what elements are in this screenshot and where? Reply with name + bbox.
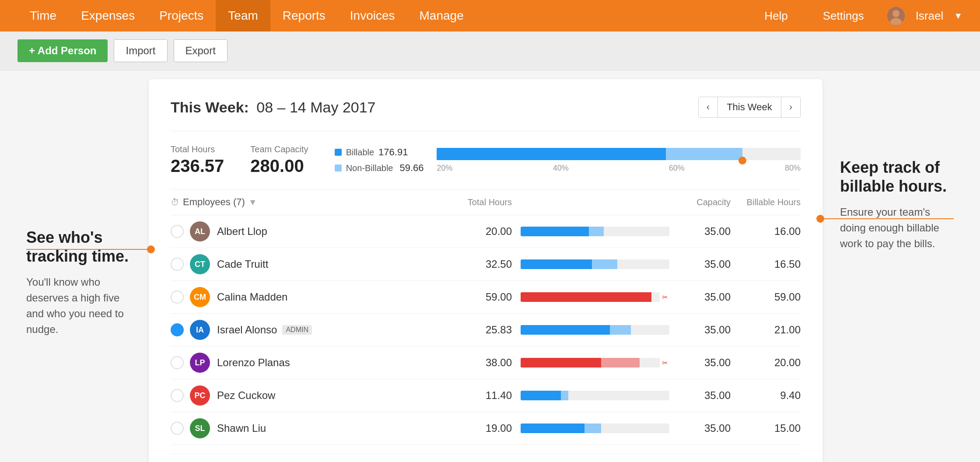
row-billable: 9.40 [731,389,801,402]
avatar[interactable] [887,7,905,25]
employee-name: Cade Truitt [217,258,424,270]
avatar: CT [190,254,210,274]
nonbillable-legend-label: Non-Billable [346,163,393,173]
col-billable-hours: Billable Hours [731,197,801,207]
nav-expenses[interactable]: Expenses [69,0,147,32]
row-check[interactable] [171,389,184,402]
week-nav: ‹ This Week › [698,97,801,118]
avatar: LP [190,353,210,373]
nav-left: Time Expenses Projects Team Reports Invo… [18,0,476,32]
table-row: CTCade Truitt32.5035.0016.50 [171,248,801,281]
week-prev-button[interactable]: ‹ [699,97,718,117]
right-body: Ensure your team's doing enough billable… [840,204,954,252]
employees-cols: Total Hours Capacity Billable Hours [424,197,801,207]
row-check[interactable] [171,422,184,435]
import-button[interactable]: Import [114,39,167,62]
center-panel: This Week: 08 – 14 May 2017 ‹ This Week … [149,79,822,462]
row-capacity: 35.00 [678,258,731,270]
row-hours: 25.83 [424,324,512,336]
row-hours: 19.00 [424,422,512,434]
row-bar [521,424,669,433]
avatar: PC [190,385,210,406]
nav-invoices[interactable]: Invoices [338,0,407,32]
row-billable: 21.00 [731,324,801,336]
nav-manage[interactable]: Manage [407,0,476,32]
nav-reports[interactable]: Reports [270,0,338,32]
clock-icon: ⏱ [171,197,179,207]
axis-40: 40% [553,164,569,173]
row-capacity: 35.00 [678,389,731,402]
employee-name: Pez Cuckow [217,389,424,402]
row-bar [521,325,669,335]
employees-list: ALAlbert Llop20.0035.0016.00CTCade Truit… [171,215,801,445]
row-check[interactable] [171,356,184,369]
nav-time[interactable]: Time [18,0,69,32]
team-capacity-value: 280.00 [250,156,308,176]
week-next-button[interactable]: › [781,97,800,117]
table-row: IAIsrael AlonsoADMIN25.8335.0021.00 [171,314,801,346]
table-row: SLShawn Liu19.0035.0015.00 [171,412,801,445]
week-nav-label: This Week [718,97,781,117]
summary-bar-chart: 20% 40% 60% 80% [437,148,801,173]
total-hours-block: Total Hours 236.57 [171,144,224,176]
week-divider [171,131,801,131]
right-heading: Keep track of billable hours. [840,158,954,196]
week-prefix: This Week: [171,99,249,116]
left-dot [147,245,155,253]
total-hours-label: Total Hours [171,144,224,154]
user-chevron-icon[interactable]: ▼ [954,11,962,21]
table-row: CMCalina Madden59.00✂35.0059.00 [171,281,801,314]
employees-group-header: ⏱ Employees (7) ▼ Total Hours Capacity B… [171,189,801,215]
axis-60: 60% [669,164,685,173]
row-hours: 20.00 [424,225,512,238]
billable-legend-label: Billable [346,147,374,158]
row-check[interactable] [171,225,184,238]
avatar: CM [190,287,210,307]
billable-legend-dot [335,149,342,156]
right-dot [816,215,824,223]
row-check[interactable] [171,323,184,336]
svg-point-1 [892,10,900,17]
employees-group-title[interactable]: ⏱ Employees (7) ▼ [171,196,424,208]
nav-projects[interactable]: Projects [147,0,216,32]
main-layout: See who's tracking time. You'll know who… [0,70,980,462]
right-dot-line [818,218,954,219]
row-check[interactable] [171,290,184,304]
nav-help[interactable]: Help [752,0,800,32]
team-capacity-label: Team Capacity [250,144,308,154]
capacity-marker [738,157,746,164]
user-name-label: Israel [916,9,944,23]
team-capacity-block: Team Capacity 280.00 [250,144,308,176]
stats-row: Total Hours 236.57 Team Capacity 280.00 … [171,144,801,176]
table-row: PCPez Cuckow11.4035.009.40 [171,379,801,412]
row-billable: 16.50 [731,258,801,270]
row-capacity: 35.00 [678,291,731,303]
week-range: 08 – 14 May 2017 [256,99,375,116]
row-bar: ✂ [521,292,669,302]
row-check[interactable] [171,258,184,271]
axis-80: 80% [785,164,801,173]
billable-legend-item: Billable 176.91 [335,147,424,158]
nav-settings[interactable]: Settings [811,0,876,32]
nav-team[interactable]: Team [216,0,270,32]
chart-legend: Billable 176.91 Non-Billable 59.66 [335,147,424,174]
employee-name: Shawn Liu [217,422,424,434]
row-billable: 15.00 [731,422,801,434]
nonbillable-legend-item: Non-Billable 59.66 [335,162,424,174]
add-person-button[interactable]: + Add Person [18,39,108,62]
row-hours: 59.00 [424,291,512,303]
nonbillable-legend-dot [335,164,342,172]
row-bar [521,259,669,269]
avatar: SL [190,418,210,438]
avatar: AL [190,221,210,242]
table-row: ALAlbert Llop20.0035.0016.00 [171,215,801,248]
toolbar: + Add Person Import Export [0,32,980,70]
contractors-group-header: ⏱ Contractors (1) ▼ Total Hours Capacity… [171,454,801,462]
row-capacity: 35.00 [678,225,731,238]
col-capacity: Capacity [678,197,731,207]
summary-bar-track [437,148,801,160]
total-hours-value: 236.57 [171,156,224,176]
employees-chevron-icon[interactable]: ▼ [248,197,257,207]
export-button[interactable]: Export [174,39,228,62]
row-billable: 59.00 [731,291,801,303]
